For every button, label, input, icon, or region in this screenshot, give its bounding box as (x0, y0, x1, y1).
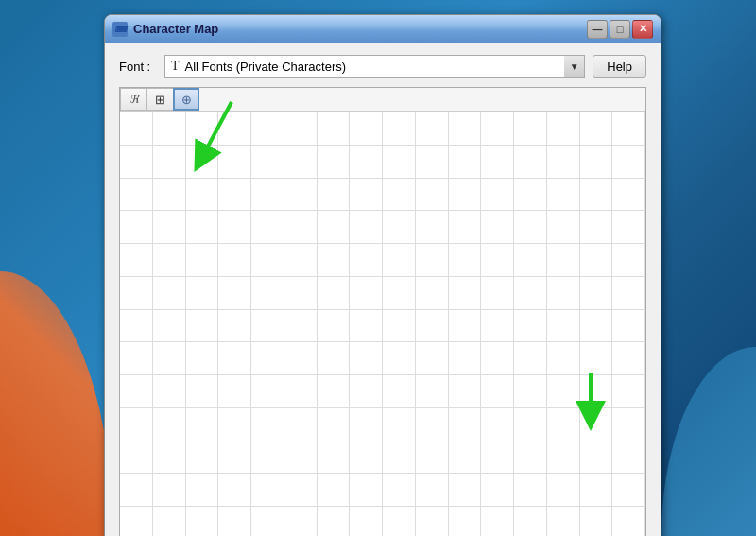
char-cell[interactable] (514, 474, 547, 507)
char-cell[interactable] (514, 310, 547, 343)
char-cell[interactable] (251, 441, 284, 475)
char-cell[interactable] (481, 474, 514, 507)
char-cell[interactable] (449, 211, 482, 244)
char-cell[interactable] (120, 179, 153, 212)
char-cell[interactable] (218, 310, 251, 343)
char-cell[interactable] (383, 112, 416, 146)
char-cell[interactable] (481, 277, 514, 310)
char-cell[interactable] (350, 507, 383, 536)
char-cell[interactable] (251, 179, 284, 212)
char-cell[interactable] (120, 244, 153, 277)
char-cell[interactable] (218, 179, 251, 212)
char-cell[interactable] (284, 310, 318, 343)
char-cell[interactable] (284, 211, 318, 244)
char-cell[interactable] (449, 277, 482, 310)
char-cell[interactable] (218, 441, 251, 475)
char-cell[interactable] (318, 310, 351, 343)
char-cell[interactable] (251, 244, 284, 277)
char-cell[interactable] (580, 112, 613, 146)
close-button[interactable]: ✕ (632, 20, 653, 39)
char-cell[interactable] (350, 474, 383, 507)
char-cell[interactable] (284, 375, 318, 408)
char-cell[interactable] (350, 277, 383, 310)
char-cell[interactable] (383, 244, 416, 277)
char-cell[interactable] (120, 408, 153, 441)
char-tool-btn-2[interactable]: ⊞ (146, 88, 173, 111)
char-cell[interactable] (284, 179, 318, 212)
char-cell[interactable] (218, 375, 251, 408)
char-cell[interactable] (251, 310, 284, 343)
char-cell[interactable] (251, 146, 284, 179)
char-cell[interactable] (612, 474, 645, 507)
char-cell[interactable] (251, 342, 284, 375)
char-cell[interactable] (514, 179, 547, 212)
char-cell[interactable] (449, 375, 482, 408)
char-cell[interactable] (449, 146, 482, 179)
char-cell[interactable] (514, 244, 547, 277)
char-cell[interactable] (612, 310, 645, 343)
char-cell[interactable] (153, 408, 186, 441)
char-cell[interactable] (514, 112, 547, 146)
char-cell[interactable] (449, 112, 482, 146)
char-cell[interactable] (612, 211, 645, 244)
char-cell[interactable] (481, 211, 514, 244)
char-tool-btn-1[interactable]: ℜ (120, 88, 146, 111)
font-select-box[interactable]: T All Fonts (Private Characters) (164, 55, 585, 78)
char-cell[interactable] (350, 310, 383, 343)
char-cell[interactable] (481, 408, 514, 441)
char-cell[interactable] (383, 146, 416, 179)
char-cell[interactable] (284, 441, 318, 475)
char-cell[interactable] (449, 441, 482, 475)
char-cell[interactable] (514, 277, 547, 310)
char-cell[interactable] (218, 474, 251, 507)
char-cell[interactable] (416, 507, 449, 536)
char-cell[interactable] (186, 277, 219, 310)
char-cell[interactable] (416, 244, 449, 277)
char-cell[interactable] (186, 342, 219, 375)
char-cell[interactable] (153, 179, 186, 212)
char-cell[interactable] (580, 179, 613, 212)
char-cell[interactable] (318, 375, 351, 408)
char-cell[interactable] (284, 146, 318, 179)
char-cell[interactable] (318, 146, 351, 179)
char-cell[interactable] (416, 441, 449, 475)
char-cell[interactable] (580, 474, 613, 507)
char-cell[interactable] (350, 375, 383, 408)
char-cell[interactable] (120, 277, 153, 310)
char-cell[interactable] (383, 277, 416, 310)
char-cell[interactable] (186, 310, 219, 343)
char-cell[interactable] (318, 474, 351, 507)
char-cell[interactable] (383, 375, 416, 408)
char-cell[interactable] (218, 277, 251, 310)
char-cell[interactable] (350, 342, 383, 375)
char-cell[interactable] (350, 179, 383, 212)
char-cell[interactable] (186, 244, 219, 277)
font-dropdown-arrow[interactable]: ▼ (564, 55, 585, 78)
char-cell[interactable] (416, 342, 449, 375)
char-cell[interactable] (481, 244, 514, 277)
char-cell[interactable] (153, 211, 186, 244)
char-cell[interactable] (514, 408, 547, 441)
char-cell[interactable] (318, 277, 351, 310)
char-cell[interactable] (153, 277, 186, 310)
char-cell[interactable] (547, 310, 580, 343)
char-cell[interactable] (481, 112, 514, 146)
char-cell[interactable] (120, 441, 153, 475)
char-cell[interactable] (514, 342, 547, 375)
char-cell[interactable] (612, 277, 645, 310)
char-cell[interactable] (416, 277, 449, 310)
char-cell[interactable] (318, 179, 351, 212)
char-cell[interactable] (449, 408, 482, 441)
char-cell[interactable] (218, 342, 251, 375)
char-cell[interactable] (350, 146, 383, 179)
char-cell[interactable] (580, 507, 613, 536)
char-cell[interactable] (416, 112, 449, 146)
char-cell[interactable] (318, 244, 351, 277)
char-cell[interactable] (284, 244, 318, 277)
char-cell[interactable] (153, 244, 186, 277)
char-cell[interactable] (153, 342, 186, 375)
char-cell[interactable] (120, 507, 153, 536)
char-cell[interactable] (350, 244, 383, 277)
char-cell[interactable] (612, 112, 645, 146)
char-cell[interactable] (284, 474, 318, 507)
